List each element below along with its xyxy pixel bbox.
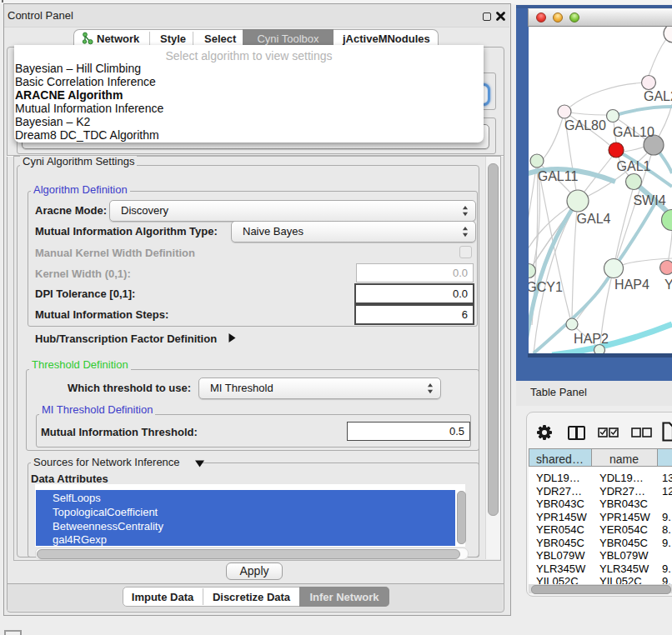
- svg-text:HAP2: HAP2: [574, 332, 609, 346]
- svg-text:GCY1: GCY1: [529, 280, 563, 294]
- svg-text:SWI4: SWI4: [633, 193, 665, 208]
- svg-text:GAL80: GAL80: [564, 118, 606, 132]
- svg-text:GAL2: GAL2: [644, 89, 672, 103]
- svg-text:GAL11: GAL11: [538, 169, 579, 183]
- svg-text:GAL1: GAL1: [617, 159, 651, 173]
- svg-text:GAL10: GAL10: [613, 125, 654, 139]
- svg-text:HAP4: HAP4: [614, 278, 649, 292]
- svg-text:GAL4: GAL4: [577, 212, 611, 226]
- svg-text:Y: Y: [664, 278, 672, 292]
